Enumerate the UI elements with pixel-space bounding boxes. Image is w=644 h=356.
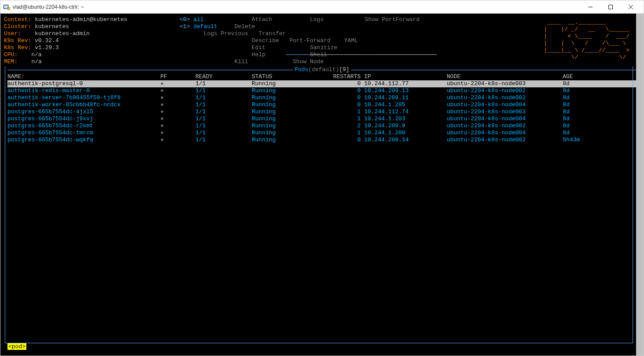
svg-rect-1 <box>4 5 8 8</box>
k8s-rev-label: K8s Rev: <box>4 44 31 51</box>
k9s-rev-label: K9s Rev: <box>4 37 31 44</box>
k9s-rev-value: v0.32.4 <box>35 37 59 44</box>
cluster-label: Cluster: <box>4 23 31 30</box>
svg-rect-2 <box>8 7 10 10</box>
scrollbar-thumb[interactable] <box>636 14 644 356</box>
k8s-rev-value: v1.29.3 <box>35 44 59 51</box>
terminal[interactable]: ____ __.________ | |/ _/ __ \______ | < … <box>0 14 644 356</box>
user-label: User: <box>4 30 21 37</box>
minimize-button[interactable] <box>580 0 601 14</box>
k9s-logo: ____ __.________ | |/ _/ __ \______ | < … <box>544 19 630 61</box>
panel-title-bar: Pods(default)[9] <box>4 66 640 73</box>
window-title: vlad@ubuntu-2204-k8s-ctrlr: ~ <box>13 4 580 10</box>
mem-value: n/a <box>31 58 41 65</box>
cpu-label: CPU: <box>4 51 18 58</box>
titlebar: vlad@ubuntu-2204-k8s-ctrlr: ~ <box>0 0 644 14</box>
app-window: vlad@ubuntu-2204-k8s-ctrlr: ~ ____ __.__… <box>0 0 644 356</box>
panel-title-ns: (default) <box>308 66 339 73</box>
context-value: kubernetes-admin@kubernetes <box>35 16 127 23</box>
cluster-value: kubernetes <box>35 23 69 30</box>
maximize-button[interactable] <box>601 0 621 14</box>
cpu-value: n/a <box>31 51 41 58</box>
user-value: kubernetes-admin <box>35 30 90 37</box>
svg-rect-4 <box>609 5 613 9</box>
scrollbar[interactable] <box>636 14 644 356</box>
panel-title-prefix: Pods <box>295 66 308 73</box>
panel-title-count: [9] <box>339 66 349 73</box>
mem-label: MEM: <box>4 58 18 65</box>
putty-icon <box>3 4 10 11</box>
close-button[interactable] <box>621 0 641 14</box>
breadcrumb-bar: <pod> <box>7 343 26 350</box>
pods-panel <box>5 66 633 343</box>
context-label: Context: <box>4 16 31 23</box>
window-controls <box>580 0 641 14</box>
breadcrumb-pod[interactable]: <pod> <box>7 343 26 350</box>
